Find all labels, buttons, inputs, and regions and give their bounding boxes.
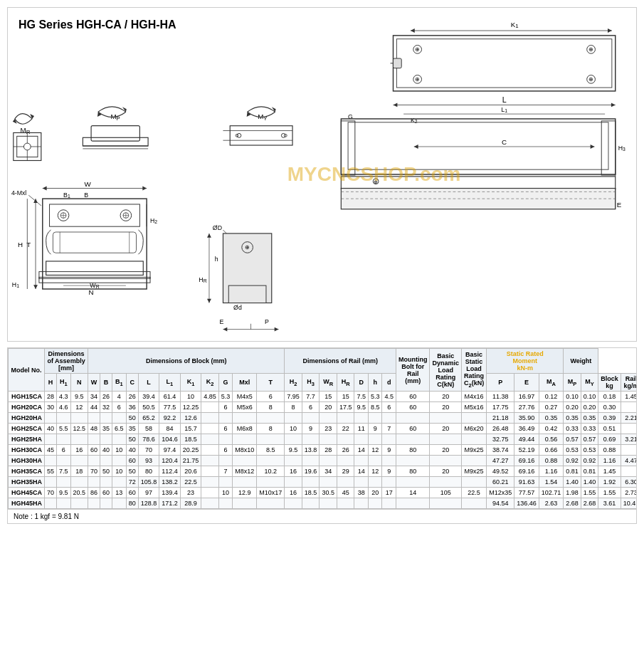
data-cell: 32 (100, 402, 112, 413)
table-row: HGH20CA304.612443263650.577.512.256M5x68… (9, 402, 638, 413)
col-HR: HR (337, 374, 354, 392)
data-cell: 97 (138, 488, 159, 498)
data-cell: 72 (126, 477, 138, 488)
data-cell: 20 (368, 488, 382, 498)
svg-text:K2: K2 (411, 117, 418, 124)
data-cell: 0.33 (581, 424, 598, 434)
data-cell: 49.44 (514, 434, 539, 445)
data-cell: 80 (138, 466, 159, 477)
model-cell: HGH20HA (9, 413, 45, 424)
data-cell: 18.5 (180, 434, 201, 445)
data-cell: 50 (100, 466, 112, 477)
svg-text:L1: L1 (501, 106, 507, 113)
table-row: HGH45CA709.520.58660136097139.4231012.9M… (9, 488, 638, 498)
data-cell (112, 434, 127, 445)
data-cell (354, 477, 369, 488)
data-cell (218, 413, 233, 424)
data-cell: M4x16 (462, 392, 487, 402)
svg-text:Ød: Ød (233, 304, 242, 311)
data-cell: M12x35 (487, 488, 514, 498)
data-cell (285, 498, 302, 509)
data-cell (285, 434, 302, 445)
data-cell (430, 477, 462, 488)
table-section: Model No. Dimensionsof Assembly[mm] Dime… (7, 347, 637, 524)
data-cell: 9.5 (70, 392, 88, 402)
data-cell (337, 456, 354, 466)
svg-rect-110 (348, 122, 608, 169)
svg-text:P: P (265, 318, 269, 325)
data-cell: 3.21 (621, 434, 637, 445)
data-cell: 20.6 (180, 466, 201, 477)
data-cell: 0.88 (598, 445, 621, 456)
data-cell: 105.8 (138, 477, 159, 488)
data-cell (302, 498, 320, 509)
assembly-dim-header: Dimensionsof Assembly[mm] (45, 349, 88, 374)
data-cell (218, 498, 233, 509)
data-cell: 1.16 (598, 456, 621, 466)
col-B1: B1 (112, 374, 127, 392)
data-cell: 9.5 (57, 488, 71, 498)
data-cell: 12 (368, 466, 382, 477)
data-cell: 6.5 (112, 424, 127, 434)
data-cell (368, 498, 382, 509)
data-cell: 70 (45, 488, 57, 498)
data-cell: 69.16 (514, 456, 539, 466)
data-cell: 0.27 (539, 402, 564, 413)
specs-table: Model No. Dimensionsof Assembly[mm] Dime… (8, 348, 637, 509)
data-cell: 0.18 (598, 392, 621, 402)
data-cell: 30 (45, 402, 57, 413)
data-cell: 112.4 (159, 466, 181, 477)
data-cell: 10 (180, 392, 201, 402)
data-cell (88, 498, 100, 509)
data-cell: 1.55 (581, 488, 598, 498)
data-cell: 39.4 (138, 392, 159, 402)
col-MY: MY (581, 374, 598, 392)
data-cell (88, 456, 100, 466)
data-cell (70, 477, 88, 488)
data-cell: 10.2 (257, 466, 285, 477)
data-cell (70, 413, 88, 424)
data-cell: 27.76 (514, 402, 539, 413)
data-cell: 4.6 (57, 402, 71, 413)
data-cell: 18 (70, 466, 88, 477)
data-cell: 12.6 (180, 413, 201, 424)
data-cell: 11.38 (487, 392, 514, 402)
data-cell (396, 498, 430, 509)
data-cell (285, 477, 302, 488)
svg-rect-86 (396, 39, 611, 88)
model-cell: HGH35HA (9, 477, 45, 488)
model-cell: HGH30HA (9, 456, 45, 466)
data-cell: 26.48 (487, 424, 514, 434)
data-cell: 8 (257, 424, 285, 434)
data-cell (320, 498, 337, 509)
svg-rect-95 (394, 58, 402, 68)
data-cell (100, 413, 112, 424)
data-cell (462, 413, 487, 424)
table-row: HGH30HA6093120.421.7547.2769.160.880.920… (9, 456, 638, 466)
data-cell: 15 (337, 392, 354, 402)
data-cell: 20.5 (70, 488, 88, 498)
data-cell (233, 498, 257, 509)
data-cell: 20 (430, 466, 462, 477)
data-cell: 16 (285, 466, 302, 477)
data-cell (201, 434, 219, 445)
data-cell: 0.39 (598, 413, 621, 424)
data-cell: 40 (126, 445, 138, 456)
weight-header: Weight (564, 349, 598, 374)
col-W: W (88, 374, 100, 392)
svg-marker-78 (223, 327, 227, 332)
data-cell: 13 (112, 488, 127, 498)
data-cell: 60 (126, 456, 138, 466)
svg-marker-106 (414, 145, 418, 149)
svg-text:K1: K1 (511, 21, 519, 29)
data-cell (88, 413, 100, 424)
data-cell: 26 (100, 392, 112, 402)
data-cell: 32.75 (487, 434, 514, 445)
data-cell: 5.3 (218, 392, 233, 402)
data-cell: 0.69 (598, 434, 621, 445)
data-cell (201, 466, 219, 477)
svg-rect-60 (53, 232, 136, 253)
data-cell: 69.16 (514, 466, 539, 477)
col-H1: H1 (57, 374, 71, 392)
data-cell (201, 402, 219, 413)
